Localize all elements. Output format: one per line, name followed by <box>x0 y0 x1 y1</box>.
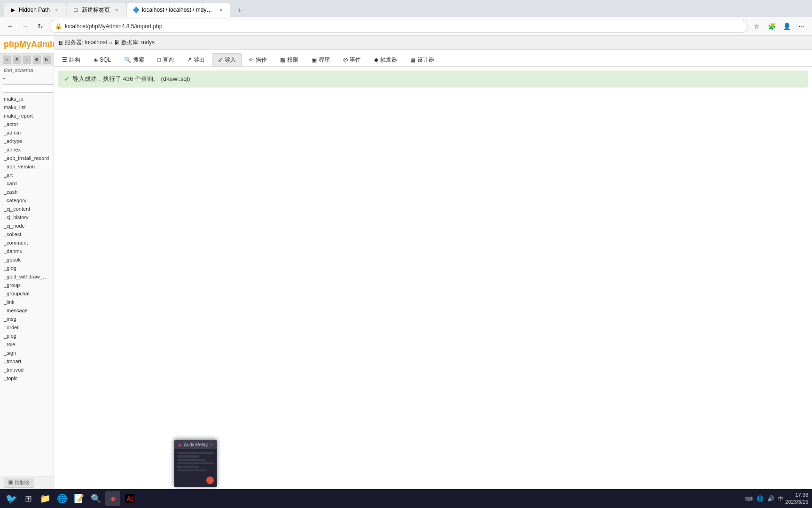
db-item-comment[interactable]: _comment <box>0 238 54 247</box>
db-item-tmpart[interactable]: _tmpart <box>0 357 54 365</box>
tab-phpmyadmin[interactable]: 🔷 localhost / localhost / mdys | php... … <box>127 3 230 17</box>
profile-icon[interactable]: 👤 <box>780 20 793 33</box>
console-button[interactable]: ▣ 控制台 <box>4 478 34 488</box>
db-item-gold-withdraw[interactable]: _gold_withdraw_app <box>0 272 54 281</box>
db-item-msg[interactable]: _msg <box>0 315 54 323</box>
query-icon: □ <box>157 56 161 63</box>
db-item-tmpvod[interactable]: _tmpvod <box>0 365 54 374</box>
tab-routine[interactable]: ▣ 程序 <box>305 53 336 66</box>
db-item-maku-ip[interactable]: maku_ip <box>0 95 54 103</box>
tab-search[interactable]: 🔍 搜索 <box>118 53 150 66</box>
tab-sql[interactable]: ◈ SQL <box>87 53 117 66</box>
taskbar-audiorelay[interactable]: ◈ <box>105 491 120 506</box>
tab-close-2[interactable]: × <box>113 6 120 14</box>
db-item-maku-list[interactable]: maku_list <box>0 103 54 111</box>
taskbar-date-display: 2023/3/15 <box>785 499 808 506</box>
db-item-groupchat[interactable]: _groupchat <box>0 289 54 298</box>
db-item-art[interactable]: _art <box>0 171 54 179</box>
audiorelay-popup: ◈ AudioRelay × <box>174 440 217 487</box>
db-item-order[interactable]: _order <box>0 323 54 332</box>
db-item-cj-content[interactable]: _cj_content <box>0 205 54 213</box>
taskbar-search[interactable]: 🔍 <box>88 491 103 506</box>
success-checkmark-icon: ✔ <box>64 75 70 83</box>
adobe-icon: Ai <box>125 494 134 503</box>
tab-trigger[interactable]: ◆ 触发器 <box>368 53 403 66</box>
db-item-annex[interactable]: _annex <box>0 145 54 154</box>
db-item-app-install[interactable]: _app_install_record <box>0 154 54 162</box>
extensions-icon[interactable]: 🧩 <box>765 20 778 33</box>
notepad-icon: 📝 <box>74 493 84 504</box>
db-item-cj-node[interactable]: _cj_node <box>0 222 54 230</box>
audiorelay-preview[interactable] <box>174 449 217 487</box>
tab-import[interactable]: ↙ 导入 <box>212 53 242 66</box>
tab-export[interactable]: ↗ 导出 <box>181 53 211 66</box>
audiorelay-close-button[interactable]: × <box>210 442 213 447</box>
forward-button[interactable]: → <box>19 20 32 33</box>
db-item-danmu[interactable]: _danmu <box>0 247 54 255</box>
db-item-adtype[interactable]: _adtype <box>0 137 54 145</box>
tab-close-3[interactable]: × <box>217 6 225 14</box>
tab-new-tab[interactable]: □ 新建标签页 × <box>67 3 126 17</box>
tab-designer[interactable]: ▦ 设计器 <box>404 53 440 66</box>
db-item-message[interactable]: _message <box>0 306 54 315</box>
server-icon: 🖥 <box>58 40 63 46</box>
db-item-actor[interactable]: _actor <box>0 120 54 128</box>
taskbar-start-button[interactable]: 🐦 <box>4 491 19 506</box>
db-item-cj-history[interactable]: _cj_history <box>0 213 54 222</box>
reload-button[interactable]: ↻ <box>34 20 47 33</box>
tab-operation[interactable]: ✏ 操作 <box>243 53 273 66</box>
db-item-link[interactable]: _link <box>0 298 54 306</box>
db-item-plog[interactable]: _plog <box>0 332 54 340</box>
db-item-category[interactable]: _category <box>0 196 54 205</box>
tab-query[interactable]: □ 查询 <box>151 53 180 66</box>
taskbar-clock[interactable]: 17:38 2023/3/15 <box>785 492 808 506</box>
tab-event[interactable]: ◎ 事件 <box>337 53 367 66</box>
taskbar-notepad[interactable]: 📝 <box>71 491 86 506</box>
db-link[interactable]: 数据库: mdys <box>121 39 155 47</box>
tab-routine-label: 程序 <box>319 56 330 64</box>
db-item-gbook[interactable]: _gbook <box>0 255 54 264</box>
db-item-topic[interactable]: _topic <box>0 374 54 382</box>
tab-privilege-label: 权限 <box>287 56 298 64</box>
tab-close-1[interactable]: × <box>53 6 60 14</box>
db-item-cash[interactable]: _cash <box>0 188 54 196</box>
taskbar-taskview[interactable]: ⊞ <box>21 491 36 506</box>
db-item-app-version[interactable]: _app_version <box>0 162 54 171</box>
settings-icon[interactable]: ⋯ <box>795 20 808 33</box>
designer-icon: ▦ <box>410 56 415 63</box>
db-item-admin[interactable]: _admin <box>0 128 54 137</box>
pma-sql-icon[interactable]: S <box>13 56 21 64</box>
taskview-icon: ⊞ <box>25 493 32 504</box>
db-item-collect[interactable]: _collect <box>0 230 54 238</box>
toolbar-actions: ☆ 🧩 👤 ⋯ <box>750 20 808 33</box>
browser-toolbar: ← → ↻ 🔒 localhost/phpMyAdmin4.8.5/import… <box>0 17 812 36</box>
bookmark-star-icon[interactable]: ☆ <box>750 20 763 33</box>
information-schema-item[interactable]: tion_schema <box>0 66 54 74</box>
taskbar-adobe[interactable]: Ai <box>122 491 137 506</box>
db-item-card[interactable]: _card <box>0 179 54 188</box>
pma-refresh-icon[interactable]: ↻ <box>43 56 51 64</box>
taskbar-edge[interactable]: 🌐 <box>55 491 70 506</box>
pma-log-icon[interactable]: L <box>23 56 31 64</box>
db-item-role[interactable]: _role <box>0 340 54 349</box>
db-search-input[interactable] <box>3 84 54 93</box>
taskbar-explorer[interactable]: 📁 <box>38 491 53 506</box>
db-item-maku-report[interactable]: maku_report <box>0 111 54 120</box>
new-tab-button[interactable]: + <box>233 4 246 17</box>
search-taskbar-icon: 🔍 <box>91 493 101 504</box>
pma-home-icon[interactable]: ⌂ <box>3 56 11 64</box>
back-button[interactable]: ← <box>4 20 17 33</box>
address-bar[interactable]: 🔒 localhost/phpMyAdmin4.8.5/import.php <box>49 20 748 33</box>
db-item-glog[interactable]: _glog <box>0 264 54 272</box>
db-item-sign[interactable]: _sign <box>0 349 54 357</box>
tab-import-label: 导入 <box>225 56 236 64</box>
db-item-group[interactable]: _group <box>0 281 54 289</box>
console-bar: ▣ 控制台 <box>0 476 54 489</box>
tab-structure[interactable]: ☰ 结构 <box>56 53 86 66</box>
db-table-list: maku_ip maku_list maku_report _actor _ad… <box>0 95 54 476</box>
preview-row-2 <box>177 455 199 457</box>
tab-hidden-path[interactable]: ▶ Hidden Path × <box>4 3 66 17</box>
server-link[interactable]: 服务器: localhost <box>65 39 107 47</box>
tab-privilege[interactable]: ▩ 权限 <box>274 53 304 66</box>
pma-settings-icon[interactable]: ⚙ <box>33 56 41 64</box>
